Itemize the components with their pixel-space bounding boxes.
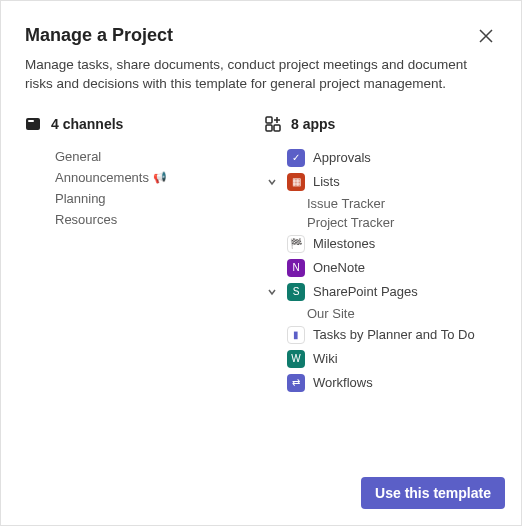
channel-item[interactable]: Planning [55,188,245,209]
app-sub-list: Our Site [265,304,485,323]
app-sub-item[interactable]: Project Tracker [307,213,485,232]
app-item[interactable]: ▦Lists [265,170,485,194]
channels-column: 4 channels GeneralAnnouncements📢Planning… [25,116,245,395]
channel-label: Resources [55,212,117,227]
svg-rect-2 [266,117,272,123]
app-label: Lists [313,174,340,189]
channels-heading: 4 channels [51,116,123,132]
channel-label: Announcements [55,170,149,185]
apps-column: 8 apps ✓Approvals▦ListsIssue TrackerProj… [265,116,485,395]
app-item[interactable]: SSharePoint Pages [265,280,485,304]
use-template-button[interactable]: Use this template [361,477,505,509]
svg-rect-4 [266,125,272,131]
app-item[interactable]: ✓Approvals [265,146,485,170]
app-label: Wiki [313,351,338,366]
app-icon: S [287,283,305,301]
app-label: Milestones [313,236,375,251]
dialog-title: Manage a Project [25,25,173,46]
channel-label: Planning [55,191,106,206]
app-label: SharePoint Pages [313,284,418,299]
app-label: Tasks by Planner and To Do [313,327,475,342]
svg-rect-1 [28,120,34,122]
app-sub-list: Issue TrackerProject Tracker [265,194,485,232]
app-icon: ▮ [287,326,305,344]
app-list: ✓Approvals▦ListsIssue TrackerProject Tra… [265,146,485,395]
channel-item[interactable]: Resources [55,209,245,230]
app-icon: N [287,259,305,277]
app-item[interactable]: ▮Tasks by Planner and To Do [265,323,485,347]
apps-icon [265,116,281,132]
app-item[interactable]: WWiki [265,347,485,371]
app-sub-item[interactable]: Our Site [307,304,485,323]
app-label: OneNote [313,260,365,275]
app-icon: ▦ [287,173,305,191]
apps-heading: 8 apps [291,116,335,132]
close-icon [479,29,493,43]
app-item[interactable]: ⇄Workflows [265,371,485,395]
app-icon: ⇄ [287,374,305,392]
channel-item[interactable]: Announcements📢 [55,167,245,188]
megaphone-icon: 📢 [153,171,167,184]
app-icon: W [287,350,305,368]
channel-list: GeneralAnnouncements📢PlanningResources [25,146,245,230]
app-label: Approvals [313,150,371,165]
close-button[interactable] [475,25,497,47]
app-label: Workflows [313,375,373,390]
app-icon: 🏁 [287,235,305,253]
channel-item[interactable]: General [55,146,245,167]
channel-label: General [55,149,101,164]
dialog-description: Manage tasks, share documents, conduct p… [25,56,497,94]
app-icon: ✓ [287,149,305,167]
channels-icon [25,116,41,132]
app-item[interactable]: NOneNote [265,256,485,280]
chevron-down-icon[interactable] [265,287,279,297]
svg-rect-0 [26,118,40,130]
app-item[interactable]: 🏁Milestones [265,232,485,256]
svg-rect-3 [274,125,280,131]
chevron-down-icon[interactable] [265,177,279,187]
app-sub-item[interactable]: Issue Tracker [307,194,485,213]
